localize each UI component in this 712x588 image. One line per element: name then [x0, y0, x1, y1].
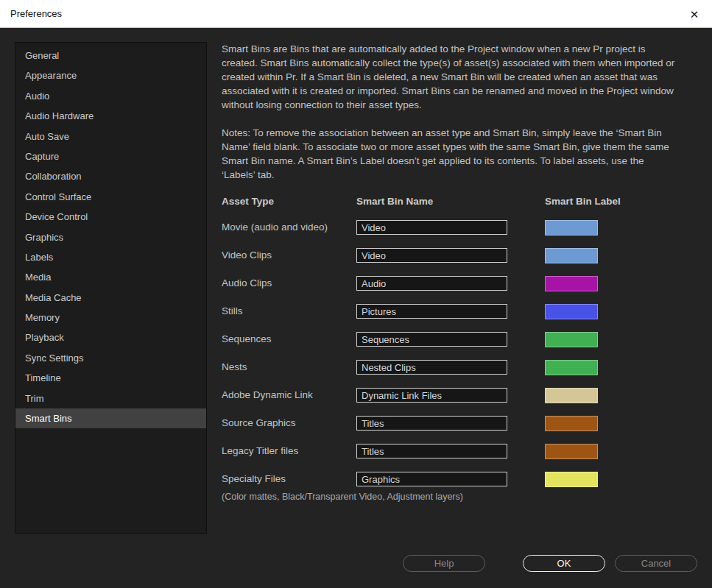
sidebar-item-control-surface[interactable]: Control Surface	[15, 187, 206, 207]
sidebar-item-general[interactable]: General	[15, 46, 206, 65]
help-button[interactable]: Help	[403, 555, 485, 572]
sidebar-item-auto-save[interactable]: Auto Save	[15, 127, 206, 146]
asset-type-label: Adobe Dynamic Link	[222, 389, 313, 400]
table-row: Adobe Dynamic Link	[222, 388, 697, 403]
smart-bin-name-input[interactable]	[356, 444, 507, 458]
sidebar-item-timeline[interactable]: Timeline	[15, 368, 206, 388]
smart-bin-label-swatch[interactable]	[545, 360, 598, 375]
smart-bin-name-input[interactable]	[356, 276, 507, 291]
asset-type-label: Nests	[222, 361, 247, 372]
table-row: Nests	[222, 360, 697, 375]
table-row: Specialty Files	[222, 472, 697, 487]
smart-bin-name-input[interactable]	[356, 388, 507, 403]
table-row: Audio Clips	[222, 276, 697, 291]
smart-bin-label-swatch[interactable]	[545, 444, 598, 459]
sidebar-item-collaboration[interactable]: Collaboration	[15, 166, 206, 186]
close-icon[interactable]: ✕	[677, 0, 712, 27]
asset-type-label: Movie (audio and video)	[222, 222, 328, 233]
titlebar: Preferences ✕	[0, 0, 712, 28]
description-paragraph-2: Notes: To remove the association between…	[222, 126, 680, 182]
window-title: Preferences	[10, 8, 62, 19]
sidebar-item-playback[interactable]: Playback	[15, 327, 206, 347]
sidebar-item-labels[interactable]: Labels	[15, 247, 206, 267]
smart-bin-name-input[interactable]	[356, 416, 507, 431]
smart-bin-label-swatch[interactable]	[545, 276, 598, 291]
table-row: Movie (audio and video)	[222, 220, 697, 235]
specialty-files-footnote: (Color mattes, Black/Transparent Video, …	[222, 492, 697, 502]
smart-bin-name-input[interactable]	[356, 248, 507, 263]
table-row: Sequences	[222, 332, 697, 347]
sidebar-item-capture[interactable]: Capture	[15, 146, 206, 166]
ok-button[interactable]: OK	[523, 555, 605, 572]
smart-bin-label-swatch[interactable]	[545, 332, 598, 347]
asset-type-label: Audio Clips	[222, 277, 272, 288]
smart-bin-label-swatch[interactable]	[545, 416, 598, 431]
sidebar-item-graphics[interactable]: Graphics	[15, 227, 206, 247]
asset-type-label: Video Clips	[222, 249, 272, 261]
smart-bin-name-input[interactable]	[356, 304, 507, 319]
smart-bins-panel: Smart Bins are Bins that are automatical…	[222, 42, 697, 511]
cancel-button[interactable]: Cancel	[615, 555, 697, 572]
table-row: Stills	[222, 304, 697, 319]
sidebar-item-sync-settings[interactable]: Sync Settings	[15, 348, 206, 368]
column-header-smart-bin-name: Smart Bin Name	[356, 196, 433, 207]
smart-bin-label-swatch[interactable]	[545, 220, 598, 235]
sidebar: General Appearance Audio Audio Hardware …	[15, 42, 207, 534]
smart-bin-label-swatch[interactable]	[545, 248, 598, 263]
sidebar-item-trim[interactable]: Trim	[15, 389, 206, 408]
smart-bin-name-input[interactable]	[356, 332, 507, 347]
sidebar-item-memory[interactable]: Memory	[15, 308, 206, 327]
asset-type-label: Stills	[222, 305, 243, 316]
smart-bin-name-input[interactable]	[356, 472, 507, 486]
table-header: Asset Type Smart Bin Name Smart Bin Labe…	[222, 196, 697, 209]
sidebar-item-appearance[interactable]: Appearance	[15, 65, 206, 85]
asset-type-label: Specialty Files	[222, 473, 286, 484]
sidebar-item-audio-hardware[interactable]: Audio Hardware	[15, 106, 206, 126]
table-row: Video Clips	[222, 248, 697, 263]
asset-type-label: Sequences	[222, 333, 272, 344]
sidebar-item-smart-bins[interactable]: Smart Bins	[15, 408, 206, 428]
smart-bin-name-input[interactable]	[356, 220, 507, 235]
smart-bin-label-swatch[interactable]	[545, 304, 598, 319]
smart-bin-label-swatch[interactable]	[545, 472, 598, 487]
column-header-smart-bin-label: Smart Bin Label	[545, 196, 621, 207]
asset-type-label: Source Graphics	[222, 417, 296, 428]
sidebar-item-media[interactable]: Media	[15, 267, 206, 287]
dialog-body: General Appearance Audio Audio Hardware …	[0, 29, 712, 588]
table-row: Source Graphics	[222, 416, 697, 431]
sidebar-item-media-cache[interactable]: Media Cache	[15, 288, 206, 308]
table-row: Legacy Titler files	[222, 444, 697, 459]
sidebar-item-device-control[interactable]: Device Control	[15, 207, 206, 227]
description-paragraph-1: Smart Bins are Bins that are automatical…	[222, 42, 680, 112]
smart-bin-label-swatch[interactable]	[545, 388, 598, 403]
asset-type-label: Legacy Titler files	[222, 445, 298, 456]
column-header-asset-type: Asset Type	[222, 196, 274, 207]
smart-bin-name-input[interactable]	[356, 360, 507, 375]
sidebar-item-audio[interactable]: Audio	[15, 86, 206, 106]
